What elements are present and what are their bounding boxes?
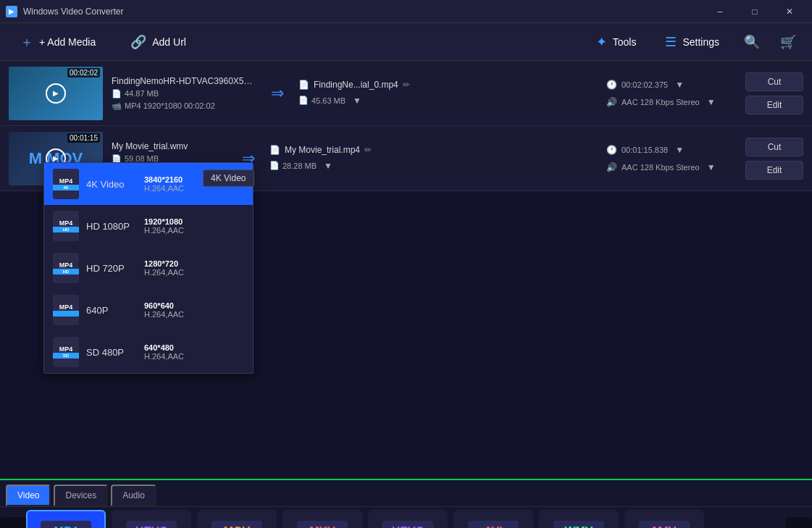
duration-dropdown-1[interactable]: ▼ bbox=[672, 78, 687, 91]
output-size-dropdown-1[interactable]: ▼ bbox=[350, 94, 364, 107]
search-button[interactable]: 🔍 bbox=[740, 30, 764, 54]
minimize-button[interactable]: – bbox=[703, 0, 737, 23]
format-card-icon-hevc-mp4: HEVC VIDEO bbox=[126, 521, 177, 529]
edit-button-2[interactable]: Edit bbox=[745, 161, 803, 180]
format-card-mkv[interactable]: MKV VIDEO MKV bbox=[282, 510, 362, 528]
maximize-button[interactable]: □ bbox=[738, 0, 771, 23]
format-card-avi[interactable]: AVI VIDEO AVI bbox=[453, 510, 533, 528]
format-card-mov[interactable]: MOV VIDEO MOV bbox=[197, 510, 277, 528]
edit-button-1[interactable]: Edit bbox=[745, 96, 803, 114]
media-specs-1: 📹 MP4 1920*1080 00:02:02 bbox=[112, 101, 256, 111]
format-item-640p[interactable]: MP4 640P 960*640 H.264,AAC bbox=[44, 289, 253, 331]
output-size-row-1: 📄 45.63 MB ▼ bbox=[298, 94, 598, 107]
format-badge-640p: MP4 bbox=[53, 295, 79, 325]
size-icon-1: 📄 bbox=[298, 96, 309, 105]
arrow-icon-1: ⇒ bbox=[271, 84, 284, 103]
file-icon-1: 📄 bbox=[112, 89, 122, 99]
tab-devices[interactable]: Devices bbox=[54, 485, 108, 506]
output-file-icon-2: 📄 bbox=[269, 145, 280, 155]
format-cards: MP4 VIDEO MP4 HEVC VIDEO HEVC MP4 bbox=[26, 510, 786, 528]
format-badge-4k: MP4 4K bbox=[53, 169, 79, 199]
format-badge-1080p: MP4 HD bbox=[53, 211, 79, 241]
format-name-1080p: HD 1080P bbox=[86, 221, 137, 232]
tools-button[interactable]: ✦ Tools bbox=[587, 30, 645, 54]
format-card-icon-mov: MOV VIDEO bbox=[212, 521, 262, 529]
media-size-1: 📄 44.87 MB bbox=[112, 89, 256, 99]
speaker-icon-2: 🔊 bbox=[606, 162, 617, 172]
app-title: Windows Video Converter bbox=[23, 7, 703, 17]
format-card-hevc-mp4[interactable]: HEVC VIDEO HEVC MP4 bbox=[112, 510, 191, 528]
format-name-720p: HD 720P bbox=[86, 263, 137, 274]
format-name-640p: 640P bbox=[86, 305, 137, 316]
clock-icon-1: 🕐 bbox=[606, 80, 617, 90]
tab-video[interactable]: Video bbox=[6, 485, 51, 506]
audio-row-1: 🔊 AAC 128 Kbps Stereo ▼ bbox=[606, 96, 737, 109]
format-badge-720p: MP4 HD bbox=[53, 253, 79, 283]
output-info-2: 📄 My Movie_trial.mp4 ✏ 📄 28.28 MB ▼ bbox=[269, 145, 598, 172]
add-media-label: + Add Media bbox=[39, 36, 96, 48]
format-card-m4v[interactable]: M4V VIDEO M4V bbox=[624, 510, 704, 528]
add-media-button[interactable]: ＋ + Add Media bbox=[12, 29, 104, 55]
format-card-mp4[interactable]: MP4 VIDEO MP4 bbox=[26, 510, 106, 528]
edit-output-name-2[interactable]: ✏ bbox=[364, 145, 372, 155]
duration-dropdown-2[interactable]: ▼ bbox=[672, 143, 687, 156]
format-card-wmv[interactable]: WMV VIDEO WMV bbox=[539, 510, 619, 528]
scroll-next-button[interactable]: ❯❯ bbox=[786, 517, 812, 528]
action-btns-2: Cut Edit bbox=[745, 138, 803, 180]
cut-button-2[interactable]: Cut bbox=[745, 138, 803, 156]
format-item-720p[interactable]: MP4 HD HD 720P 1280*720 H.264,AAC bbox=[44, 247, 253, 289]
window-controls: – □ ✕ bbox=[703, 0, 806, 23]
action-btns-1: Cut Edit bbox=[745, 72, 803, 114]
format-item-480p[interactable]: MP4 SD SD 480P 640*480 H.264,AAC bbox=[44, 331, 253, 373]
time-info-2: 🕐 00:01:15.838 ▼ 🔊 AAC 128 Kbps Stereo ▼ bbox=[606, 143, 737, 174]
add-url-button[interactable]: 🔗 Add Url bbox=[122, 30, 195, 54]
format-bar: Video Devices Audio ❮❮ MP4 VIDEO MP4 bbox=[0, 479, 812, 528]
tools-label: Tools bbox=[613, 36, 637, 48]
format-badge-480p: MP4 SD bbox=[53, 337, 79, 367]
media-item: 00:02:02 ▶ FindingNemoHR-HDTVAC3960X540_… bbox=[0, 61, 812, 126]
audio-row-2: 🔊 AAC 128 Kbps Stereo ▼ bbox=[606, 161, 737, 174]
format-card-icon-mkv: MKV VIDEO bbox=[297, 521, 348, 529]
play-button-1[interactable]: ▶ bbox=[46, 83, 66, 104]
time-info-1: 🕐 00:02:02.375 ▼ 🔊 AAC 128 Kbps Stereo ▼ bbox=[606, 78, 737, 109]
settings-label: Settings bbox=[682, 36, 719, 48]
tab-audio[interactable]: Audio bbox=[111, 485, 156, 506]
size-icon-2: 📄 bbox=[269, 161, 280, 170]
app-icon: ▶ bbox=[6, 6, 17, 17]
star-icon: ✦ bbox=[596, 34, 607, 50]
format-card-icon-hevc-mkv: HEVC VIDEO bbox=[382, 521, 433, 529]
format-specs-640p: 960*640 H.264,AAC bbox=[144, 301, 184, 319]
speaker-icon-1: 🔊 bbox=[606, 97, 617, 107]
scroll-prev-button[interactable]: ❮❮ bbox=[0, 517, 26, 528]
audio-dropdown-1[interactable]: ▼ bbox=[704, 96, 719, 109]
format-card-icon-mp4: MP4 VIDEO bbox=[41, 521, 91, 529]
format-dropdown: MP4 4K 4K Video 3840*2160 H.264,AAC MP4 … bbox=[43, 162, 254, 374]
output-file-icon-1: 📄 bbox=[298, 80, 309, 90]
format-specs-4k: 3840*2160 H.264,AAC bbox=[144, 175, 184, 193]
thumbnail-time-2: 00:01:15 bbox=[67, 133, 100, 143]
cut-button-1[interactable]: Cut bbox=[745, 72, 803, 91]
format-specs-720p: 1280*720 H.264,AAC bbox=[144, 259, 184, 277]
toolbar: ＋ + Add Media 🔗 Add Url ✦ Tools ☰ Settin… bbox=[0, 23, 812, 61]
audio-dropdown-2[interactable]: ▼ bbox=[704, 161, 719, 174]
specs-icon-1: 📹 bbox=[112, 101, 122, 111]
output-name-2: 📄 My Movie_trial.mp4 ✏ bbox=[269, 145, 598, 155]
media-name-1: FindingNemoHR-HDTVAC3960X540_ bbox=[112, 76, 256, 86]
format-specs-1080p: 1920*1080 H.264,AAC bbox=[144, 217, 184, 235]
edit-output-name-1[interactable]: ✏ bbox=[403, 80, 410, 90]
format-item-1080p[interactable]: MP4 HD HD 1080P 1920*1080 H.264,AAC bbox=[44, 205, 253, 247]
clock-icon-2: 🕐 bbox=[606, 145, 617, 155]
output-size-dropdown-2[interactable]: ▼ bbox=[321, 159, 335, 172]
close-button[interactable]: ✕ bbox=[773, 0, 806, 23]
media-info-1: FindingNemoHR-HDTVAC3960X540_ 📄 44.87 MB… bbox=[112, 76, 256, 111]
format-card-hevc-mkv[interactable]: HEVC VIDEO HEVC MKV bbox=[368, 510, 448, 528]
thumbnail-1[interactable]: 00:02:02 ▶ bbox=[9, 67, 103, 120]
thumbnail-time-1: 00:02:02 bbox=[67, 68, 100, 77]
plus-icon: ＋ bbox=[20, 33, 33, 51]
settings-button[interactable]: ☰ Settings bbox=[656, 30, 728, 54]
cart-button[interactable]: 🛒 bbox=[776, 30, 800, 54]
menu-icon: ☰ bbox=[665, 34, 677, 50]
format-specs-480p: 640*480 H.264,AAC bbox=[144, 343, 184, 361]
format-card-icon-m4v: M4V VIDEO bbox=[639, 521, 690, 529]
duration-row-2: 🕐 00:01:15.838 ▼ bbox=[606, 143, 737, 156]
